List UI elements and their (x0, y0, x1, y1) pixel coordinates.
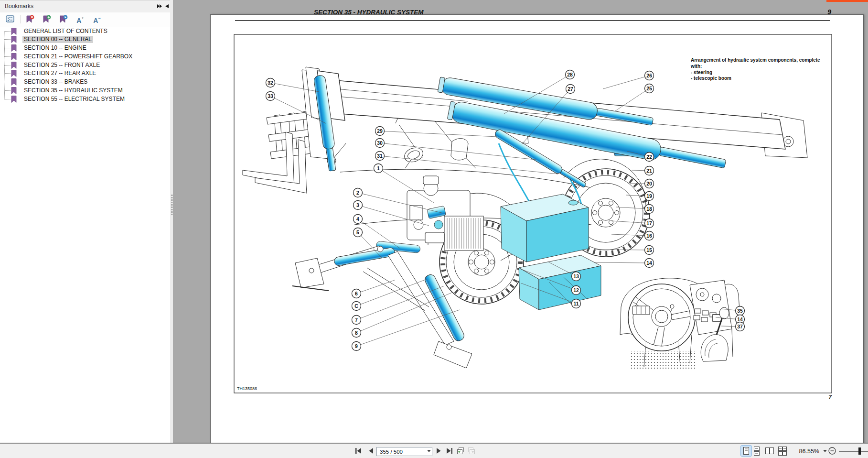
bookmark-options-icon[interactable] (5, 15, 15, 24)
tree-stub (4, 99, 11, 99)
tree-stub (4, 65, 11, 65)
bookmark-item[interactable]: GENERAL LIST OF CONTENTS (0, 27, 170, 35)
status-bar: 86.55% (0, 443, 868, 458)
bookmark-item[interactable]: SECTION 27 -- REAR AXLE (0, 69, 170, 77)
zoom-slider-track[interactable] (839, 451, 868, 452)
bookmark-label: SECTION 00 -- GENERAL (22, 36, 93, 43)
page-dropdown-caret-icon[interactable] (427, 450, 431, 452)
figure-code: TH135086 (237, 386, 257, 391)
accent-strip (826, 0, 868, 2)
bookmark-item[interactable]: SECTION 33 -- BRAKES (0, 78, 170, 86)
bookmark-item[interactable]: SECTION 25 -- FRONT AXLE (0, 61, 170, 69)
layout-single-page-button[interactable] (741, 446, 751, 456)
bookmark-item[interactable]: SECTION 55 -- ELECTRICAL SYSTEM (0, 95, 170, 103)
tree-stub (4, 56, 11, 57)
bookmarks-panel-header: Bookmarks (0, 0, 170, 13)
last-page-button[interactable] (445, 446, 454, 456)
bookmark-label: SECTION 21 -- POWERSHIFT GEARBOX (22, 53, 134, 60)
figure-caption: Arrangement of hydraulic system componen… (691, 57, 820, 82)
zoom-slider-handle[interactable] (858, 447, 861, 455)
bookmark-item[interactable]: SECTION 00 -- GENERAL (0, 35, 170, 44)
bookmark-item[interactable]: SECTION 10 -- ENGINE (0, 44, 170, 52)
bookmarks-panel-title: Bookmarks (5, 3, 33, 10)
bookmarks-panel: Bookmarks A+ A− G (0, 0, 170, 444)
panel-options-expand-icon[interactable] (156, 2, 163, 10)
bookmark-item[interactable]: SECTION 21 -- POWERSHIFT GEARBOX (0, 53, 170, 61)
zoom-out-button[interactable] (827, 446, 837, 456)
toolbar-divider (21, 15, 21, 23)
bookmark-label: SECTION 10 -- ENGINE (22, 44, 88, 52)
previous-page-button[interactable] (366, 446, 376, 456)
layout-two-page-button[interactable] (764, 446, 775, 456)
next-view-button[interactable] (467, 446, 476, 456)
add-bookmark-icon[interactable] (42, 15, 52, 24)
page-header-number: 9 (817, 8, 831, 16)
bookmark-label: SECTION 33 -- BRAKES (22, 78, 89, 86)
tree-stub (4, 73, 11, 74)
tree-stub (4, 48, 11, 48)
page-header-rule (235, 20, 830, 21)
first-page-button[interactable] (354, 446, 363, 456)
tree-stub (4, 31, 11, 32)
delete-bookmark-icon[interactable] (25, 15, 35, 24)
page-number-field (376, 447, 432, 456)
page-number-input[interactable] (377, 447, 424, 456)
pdf-viewer-window: Bookmarks A+ A− G (0, 0, 868, 458)
bookmarks-toolbar: A+ A− (0, 12, 170, 26)
tree-stub (4, 90, 11, 91)
zoom-level-value: 86.55% (791, 448, 819, 455)
tree-stub (4, 39, 11, 40)
zoom-dropdown-caret-icon[interactable] (823, 450, 827, 452)
tree-stub (4, 82, 11, 82)
page-header-title: SECTION 35 - HYDRAULIC SYSTEM (314, 9, 424, 16)
bookmark-label: SECTION 25 -- FRONT AXLE (22, 62, 101, 69)
page-footer-number: 7 (819, 394, 832, 401)
bookmark-item[interactable]: SECTION 35 -- HYDRAULIC SYSTEM (0, 87, 170, 95)
bookmark-flag-icon (11, 96, 17, 105)
layout-continuous-button[interactable] (751, 446, 762, 456)
decrease-text-size-icon[interactable]: A− (92, 15, 102, 24)
bookmark-label: SECTION 27 -- REAR AXLE (22, 70, 97, 77)
goto-bookmark-icon[interactable] (58, 15, 69, 24)
bookmark-label: SECTION 35 -- HYDRAULIC SYSTEM (22, 87, 124, 94)
next-page-button[interactable] (434, 446, 443, 456)
layout-two-page-continuous-button[interactable] (777, 446, 788, 456)
increase-text-size-icon[interactable]: A+ (75, 15, 86, 24)
previous-view-button[interactable] (456, 446, 465, 456)
bookmark-label: GENERAL LIST OF CONTENTS (22, 28, 109, 35)
bookmark-label: SECTION 55 -- ELECTRICAL SYSTEM (22, 96, 126, 103)
